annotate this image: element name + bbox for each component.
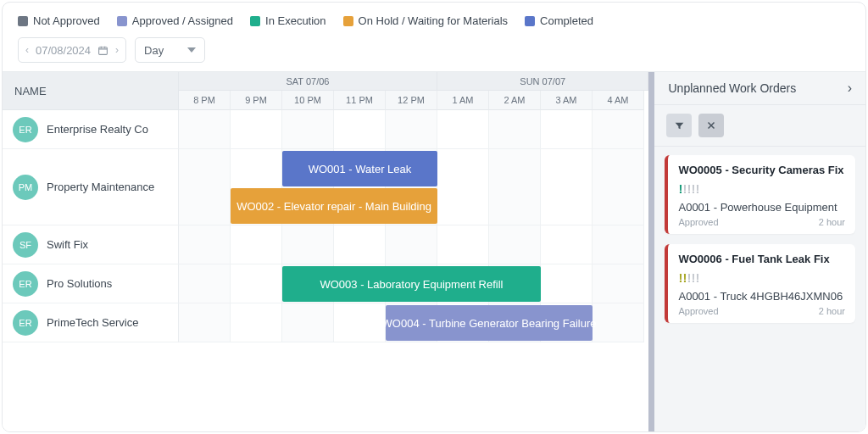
date-picker[interactable]: ‹ 07/08/2024 › xyxy=(18,37,126,63)
avatar: ER xyxy=(13,117,38,142)
legend-swatch xyxy=(343,16,353,26)
hour-header: 12 PM xyxy=(386,91,437,110)
avatar: PM xyxy=(13,175,38,200)
work-order-card[interactable]: WO0006 - Fuel Tank Leak Fix!!!!!A0001 - … xyxy=(665,244,855,323)
card-title: WO0005 - Security Cameras Fix xyxy=(678,164,845,176)
toolbar: Not ApprovedApproved / AssignedIn Execut… xyxy=(3,3,865,71)
resource-name: Enterprise Realty Co xyxy=(47,123,148,136)
card-footer: Approved2 hour xyxy=(678,217,845,227)
resource-row-body[interactable] xyxy=(179,110,644,149)
gantt-header: NAMESAT 07/06SUN 07/078 PM9 PM10 PM11 PM… xyxy=(3,72,648,110)
legend-swatch xyxy=(117,16,127,26)
legend-label: On Hold / Waiting for Materials xyxy=(359,14,509,27)
date-value: 07/08/2024 xyxy=(36,44,91,57)
legend-swatch xyxy=(18,16,28,26)
card-duration: 2 hour xyxy=(819,306,845,316)
resource-name: Swift Fix xyxy=(47,238,88,251)
legend-swatch xyxy=(525,16,535,26)
resource-row-head[interactable]: SFSwift Fix xyxy=(3,225,179,264)
hour-header: 9 PM xyxy=(231,91,282,110)
scheduler-app: Not ApprovedApproved / AssignedIn Execut… xyxy=(2,2,866,432)
resource-row-head[interactable]: EREnterprise Realty Co xyxy=(3,110,179,149)
side-panel: Unplanned Work Orders › WO0005 - Securit… xyxy=(648,71,865,431)
view-value: Day xyxy=(144,44,164,57)
resource-row-head[interactable]: PMProperty Maintenance xyxy=(3,149,179,225)
card-title: WO0006 - Fuel Tank Leak Fix xyxy=(678,253,845,265)
legend-label: Completed xyxy=(540,14,593,27)
avatar: SF xyxy=(13,232,38,258)
resource-name: Pro Solutions xyxy=(47,277,112,290)
column-header-name: NAME xyxy=(3,72,179,110)
priority-indicator: !!!!! xyxy=(678,270,845,285)
resource-name: PrimeTech Service xyxy=(47,316,138,329)
work-order-bar[interactable]: WO004 - Turbine Generator Bearing Failur… xyxy=(386,305,593,341)
legend-label: Approved / Assigned xyxy=(132,14,233,27)
avatar: ER xyxy=(13,310,38,336)
chevron-right-icon[interactable]: › xyxy=(115,44,119,56)
hour-header: 8 PM xyxy=(179,91,231,110)
hour-header: 4 AM xyxy=(593,91,644,110)
work-order-card[interactable]: WO0005 - Security Cameras Fix!!!!!A0001 … xyxy=(665,155,855,234)
legend-item: Approved / Assigned xyxy=(117,14,233,27)
day-header: SAT 07/06 xyxy=(179,72,437,91)
legend-label: In Execution xyxy=(265,14,326,27)
work-order-bar[interactable]: WO002 - Elevator repair - Main Building xyxy=(231,188,437,224)
resource-row-body[interactable] xyxy=(179,225,644,264)
filter-button[interactable] xyxy=(666,114,692,137)
card-status: Approved xyxy=(678,306,718,316)
card-footer: Approved2 hour xyxy=(678,306,845,316)
resource-row-head[interactable]: ERPrimeTech Service xyxy=(3,303,179,342)
legend-item: In Execution xyxy=(250,14,326,27)
legend-item: Not Approved xyxy=(18,14,100,27)
work-order-bar[interactable]: WO001 - Water Leak xyxy=(282,151,437,186)
hour-header: 11 PM xyxy=(334,91,386,110)
side-panel-header[interactable]: Unplanned Work Orders › xyxy=(654,72,865,105)
gantt-body: EREnterprise Realty CoPMProperty Mainten… xyxy=(3,110,648,342)
hour-header: 2 AM xyxy=(489,91,541,110)
view-select[interactable]: Day xyxy=(135,37,205,63)
gantt-scheduler: NAMESAT 07/06SUN 07/078 PM9 PM10 PM11 PM… xyxy=(3,72,648,431)
card-duration: 2 hour xyxy=(819,217,845,227)
chevron-right-icon: › xyxy=(848,81,852,96)
resource-row-body[interactable]: WO004 - Turbine Generator Bearing Failur… xyxy=(179,303,644,342)
side-panel-toolbar xyxy=(654,105,865,147)
work-order-cards: WO0005 - Security Cameras Fix!!!!!A0001 … xyxy=(654,147,865,431)
resource-row-body[interactable]: WO003 - Laboratory Equipment Refill xyxy=(179,264,644,303)
priority-indicator: !!!!! xyxy=(678,181,845,196)
side-panel-title: Unplanned Work Orders xyxy=(668,81,796,95)
hour-header: 1 AM xyxy=(437,91,489,110)
hour-header: 10 PM xyxy=(282,91,334,110)
work-order-bar[interactable]: WO003 - Laboratory Equipment Refill xyxy=(282,266,541,302)
svg-rect-0 xyxy=(99,47,108,54)
resource-name: Property Maintenance xyxy=(47,181,154,193)
main-area: NAMESAT 07/06SUN 07/078 PM9 PM10 PM11 PM… xyxy=(3,71,865,431)
card-status: Approved xyxy=(678,217,718,227)
card-asset: A0001 - Truck 4HGBH46JXMN06 xyxy=(678,290,845,303)
chevron-down-icon xyxy=(187,47,196,53)
legend-swatch xyxy=(250,16,260,26)
legend-item: Completed xyxy=(525,14,593,27)
day-header: SUN 07/07 xyxy=(437,72,648,91)
avatar: ER xyxy=(13,271,38,297)
close-button[interactable] xyxy=(698,114,724,137)
calendar-icon xyxy=(97,45,108,56)
hour-header: 3 AM xyxy=(541,91,593,110)
resource-row-head[interactable]: ERPro Solutions xyxy=(3,264,179,303)
resource-row-body[interactable]: WO001 - Water LeakWO002 - Elevator repai… xyxy=(179,149,644,225)
status-legend: Not ApprovedApproved / AssignedIn Execut… xyxy=(18,14,850,27)
chevron-left-icon[interactable]: ‹ xyxy=(25,44,29,56)
card-asset: A0001 - Powerhouse Equipment xyxy=(678,201,845,214)
legend-label: Not Approved xyxy=(33,14,100,27)
toolbar-controls: ‹ 07/08/2024 › Day xyxy=(18,37,850,63)
legend-item: On Hold / Waiting for Materials xyxy=(343,14,509,27)
